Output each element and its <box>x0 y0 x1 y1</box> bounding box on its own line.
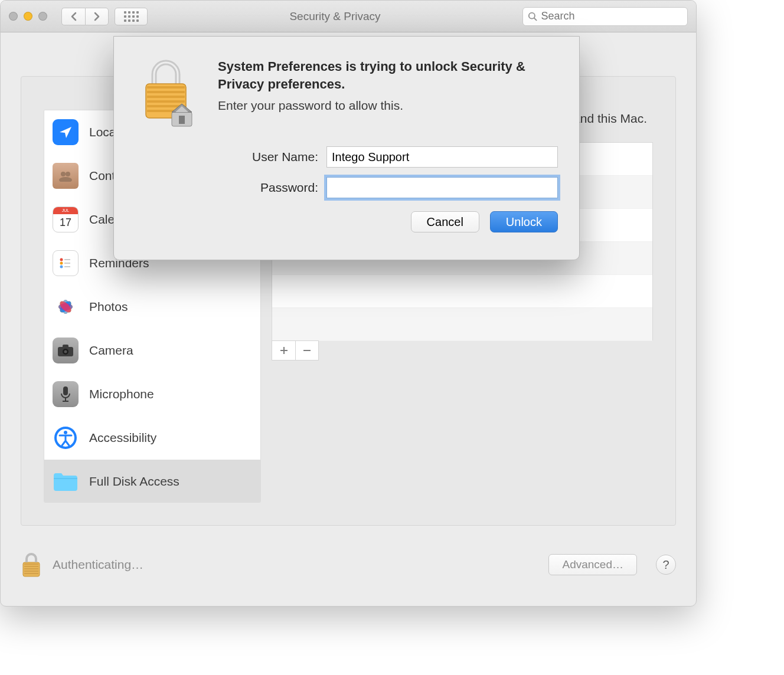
svg-point-6 <box>60 262 63 265</box>
svg-rect-32 <box>24 568 38 569</box>
sidebar-item-full-disk-access[interactable]: Full Disk Access <box>44 460 260 503</box>
svg-rect-36 <box>147 86 185 89</box>
nav-button-group <box>61 8 109 25</box>
svg-rect-20 <box>63 345 68 348</box>
table-row <box>272 275 652 308</box>
unlock-button[interactable]: Unlock <box>490 211 558 232</box>
minus-icon <box>303 346 311 355</box>
svg-point-3 <box>66 172 70 176</box>
svg-rect-43 <box>179 116 185 124</box>
dialog-subtext: Enter your password to allow this. <box>218 99 558 113</box>
sidebar-item-label: Camera <box>89 343 133 358</box>
svg-rect-33 <box>24 571 38 572</box>
sidebar-item-label: Microphone <box>89 387 154 401</box>
svg-rect-30 <box>24 563 38 565</box>
svg-point-5 <box>60 258 63 261</box>
sidebar-item-label: Cale <box>89 212 115 227</box>
reminders-icon <box>53 250 79 276</box>
zoom-window-button[interactable] <box>38 12 47 21</box>
photos-icon <box>53 294 79 320</box>
svg-point-2 <box>61 172 66 176</box>
svg-rect-38 <box>147 96 185 98</box>
chevron-left-icon <box>70 12 77 21</box>
lock-status-text: Authenticating… <box>53 558 143 572</box>
footer: Authenticating… Advanced… ? <box>21 547 676 582</box>
calendar-icon: JUL 17 <box>53 207 79 232</box>
forward-button[interactable] <box>85 8 109 25</box>
add-remove-group <box>272 340 653 361</box>
sidebar-item-microphone[interactable]: Microphone <box>44 372 260 416</box>
cancel-button[interactable]: Cancel <box>411 211 479 232</box>
grid-icon <box>124 11 139 22</box>
svg-rect-34 <box>24 573 38 574</box>
lock-large-icon <box>135 58 200 129</box>
sidebar-item-label: Accessibility <box>89 431 156 445</box>
svg-point-22 <box>64 350 67 353</box>
password-label: Password: <box>135 181 318 195</box>
sidebar-item-accessibility[interactable]: Accessibility <box>44 416 260 460</box>
sidebar-item-label: Cont <box>89 169 115 183</box>
table-row <box>272 308 652 341</box>
svg-rect-23 <box>63 386 68 395</box>
advanced-button[interactable]: Advanced… <box>548 554 637 575</box>
password-input[interactable] <box>326 177 558 198</box>
contacts-icon <box>53 163 79 189</box>
search-icon <box>528 11 537 22</box>
show-all-button[interactable] <box>115 8 148 25</box>
window-title: Security & Privacy <box>153 10 517 23</box>
add-button[interactable] <box>272 340 295 361</box>
titlebar: Security & Privacy <box>1 1 696 32</box>
svg-point-4 <box>59 177 72 182</box>
remove-button[interactable] <box>295 340 319 361</box>
sidebar-item-label: Full Disk Access <box>89 474 179 489</box>
folder-icon <box>53 468 79 494</box>
svg-point-7 <box>60 266 63 268</box>
svg-line-1 <box>534 18 537 20</box>
svg-rect-31 <box>24 566 38 567</box>
svg-rect-37 <box>147 91 185 93</box>
sidebar-item-photos[interactable]: Photos <box>44 285 260 329</box>
system-preferences-window: Security & Privacy Loca Cont JUL <box>0 0 697 607</box>
minimize-window-button[interactable] <box>24 12 32 21</box>
auth-dialog: System Preferences is trying to unlock S… <box>113 36 580 260</box>
window-controls <box>9 12 47 21</box>
chevron-right-icon <box>93 12 100 21</box>
lock-icon[interactable] <box>21 552 42 578</box>
sidebar-item-label: Photos <box>89 300 128 314</box>
back-button[interactable] <box>61 8 85 25</box>
accessibility-icon <box>53 425 79 451</box>
username-label: User Name: <box>135 150 318 164</box>
plus-icon <box>280 346 288 355</box>
question-icon: ? <box>662 558 669 572</box>
sidebar-item-label: Loca <box>89 125 116 139</box>
microphone-icon <box>53 381 79 407</box>
svg-point-28 <box>64 431 67 434</box>
svg-rect-39 <box>147 100 185 103</box>
camera-icon <box>53 338 79 363</box>
search-input[interactable] <box>541 10 682 22</box>
search-field[interactable] <box>522 7 688 26</box>
username-input[interactable] <box>326 146 558 168</box>
dialog-heading: System Preferences is trying to unlock S… <box>218 58 558 93</box>
sidebar-item-camera[interactable]: Camera <box>44 329 260 372</box>
location-icon <box>53 119 79 145</box>
close-window-button[interactable] <box>9 12 18 21</box>
help-button[interactable]: ? <box>656 555 676 575</box>
